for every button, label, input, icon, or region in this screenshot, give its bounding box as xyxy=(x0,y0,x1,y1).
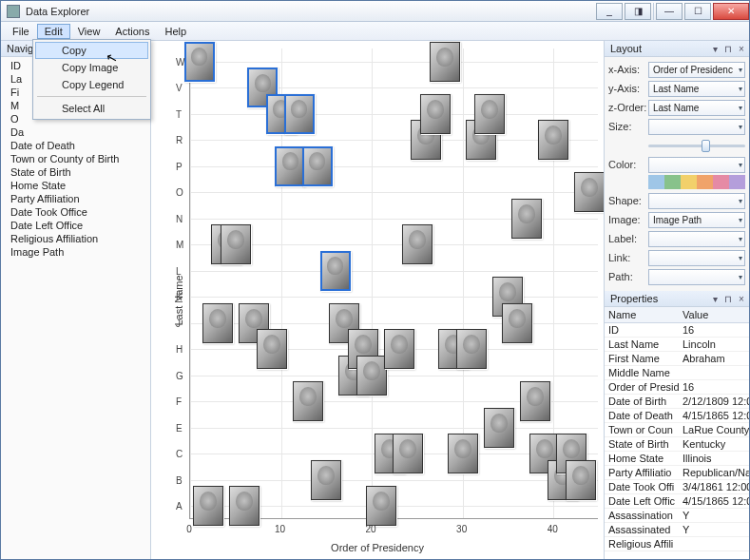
nav-item[interactable]: Party Affiliation xyxy=(1,192,150,205)
property-row[interactable]: Date of Birth2/12/1809 12:0 xyxy=(605,395,749,409)
properties-panel: Name Value ID16Last NameLincolnFirst Nam… xyxy=(605,307,749,559)
property-row[interactable]: Home StateIllinois xyxy=(605,452,749,466)
data-point[interactable] xyxy=(356,356,387,396)
col-name[interactable]: Name xyxy=(605,307,679,322)
x-axis-label: Order of Presidency xyxy=(331,542,424,553)
edit-menu-copy[interactable]: Copy xyxy=(35,42,148,59)
data-point[interactable] xyxy=(430,42,460,82)
panel-menu-icon[interactable]: ▾ xyxy=(709,43,721,54)
data-point[interactable] xyxy=(302,146,333,186)
property-row[interactable]: Date Left Offic4/15/1865 12:0 xyxy=(605,494,749,509)
close-button[interactable]: ✕ xyxy=(713,3,749,20)
layout-combo-link[interactable]: ▾ xyxy=(648,250,745,266)
data-point[interactable] xyxy=(574,172,604,212)
pin-icon[interactable]: ⊓ xyxy=(722,43,734,54)
property-row[interactable]: Date of Death4/15/1865 12:0 xyxy=(605,409,749,423)
minimize-button[interactable]: — xyxy=(656,3,683,20)
nav-item[interactable]: State of Birth xyxy=(1,165,150,179)
y-tick: J xyxy=(176,318,181,328)
data-point[interactable] xyxy=(257,329,287,369)
size-slider[interactable] xyxy=(608,137,745,154)
data-point[interactable] xyxy=(393,434,423,473)
nav-item[interactable]: Date Left Office xyxy=(1,219,150,232)
edit-menu-select-all[interactable]: Select All xyxy=(35,100,148,117)
data-point[interactable] xyxy=(221,224,251,264)
y-tick: K xyxy=(176,292,183,302)
color-palette[interactable] xyxy=(648,175,745,189)
data-point[interactable] xyxy=(275,146,305,186)
layout-combo-path[interactable]: ▾ xyxy=(648,269,745,285)
menu-edit[interactable]: Edit xyxy=(37,24,70,39)
layout-combo-image[interactable]: Image Path▾ xyxy=(648,212,745,228)
aux-button-2[interactable]: ◨ xyxy=(625,3,651,20)
pin-icon[interactable]: ⊓ xyxy=(722,293,734,304)
layout-combo-y_axis[interactable]: Last Name▾ xyxy=(648,81,745,97)
edit-menu-dropdown[interactable]: CopyCopy ImageCopy LegendSelect All xyxy=(32,39,151,120)
menu-help[interactable]: Help xyxy=(157,24,194,39)
nav-item[interactable]: Image Path xyxy=(1,245,150,259)
data-point[interactable] xyxy=(320,251,351,291)
plot-region[interactable] xyxy=(189,48,598,519)
menu-actions[interactable]: Actions xyxy=(107,24,157,39)
data-point[interactable] xyxy=(366,486,396,526)
property-row[interactable]: State of BirthKentucky xyxy=(605,437,749,452)
layout-combo-shape[interactable]: ▾ xyxy=(648,193,745,209)
slider-thumb[interactable] xyxy=(702,140,710,152)
nav-item[interactable]: Home State xyxy=(1,179,150,192)
property-row[interactable]: Middle Name xyxy=(605,366,749,380)
maximize-button[interactable]: ☐ xyxy=(684,3,711,20)
data-point[interactable] xyxy=(538,120,568,160)
data-point[interactable] xyxy=(311,460,341,500)
layout-combo-color[interactable]: ▾ xyxy=(648,157,745,173)
menu-file[interactable]: File xyxy=(5,24,37,39)
layout-label-path: Path: xyxy=(608,271,648,282)
data-point[interactable] xyxy=(293,381,323,421)
data-point[interactable] xyxy=(474,94,505,134)
x-tick: 0 xyxy=(186,524,192,534)
layout-combo-size[interactable]: ▾ xyxy=(648,119,745,135)
property-row[interactable]: Last NameLincoln xyxy=(605,338,749,352)
data-point[interactable] xyxy=(502,303,532,343)
nav-item[interactable]: Date of Death xyxy=(1,139,150,152)
data-point[interactable] xyxy=(193,486,223,526)
property-row[interactable]: Religious Affili xyxy=(605,537,749,551)
chart-area[interactable]: Last Name Order of Presidency 010203040A… xyxy=(151,41,604,559)
close-panel-icon[interactable]: × xyxy=(736,43,747,54)
data-point[interactable] xyxy=(384,329,414,369)
data-point[interactable] xyxy=(511,199,542,239)
col-value[interactable]: Value xyxy=(679,307,749,322)
data-point[interactable] xyxy=(566,460,596,500)
data-point[interactable] xyxy=(484,408,514,448)
property-row[interactable]: AssassinatedY xyxy=(605,523,749,537)
property-row[interactable]: ID16 xyxy=(605,323,749,338)
layout-combo-label[interactable]: ▾ xyxy=(648,231,745,247)
property-row[interactable]: Party AffiliatioRepublican/Na xyxy=(605,466,749,480)
data-point[interactable] xyxy=(420,94,451,134)
panel-menu-icon[interactable]: ▾ xyxy=(709,293,721,304)
property-row[interactable]: AssassinationY xyxy=(605,509,749,523)
data-point[interactable] xyxy=(456,329,487,369)
layout-combo-z_order[interactable]: Last Name▾ xyxy=(648,100,745,116)
data-point[interactable] xyxy=(184,42,215,82)
data-point[interactable] xyxy=(202,303,233,343)
edit-menu-copy-legend[interactable]: Copy Legend xyxy=(35,76,148,93)
property-row[interactable]: Order of Presid16 xyxy=(605,380,749,395)
property-row[interactable]: First NameAbraham xyxy=(605,352,749,366)
data-point[interactable] xyxy=(520,381,550,421)
property-row[interactable]: Date Took Offi3/4/1861 12:00 xyxy=(605,480,749,494)
close-panel-icon[interactable]: × xyxy=(736,293,747,304)
data-point[interactable] xyxy=(402,224,433,264)
data-point[interactable] xyxy=(229,486,260,526)
menu-view[interactable]: View xyxy=(70,24,108,39)
layout-combo-x_axis[interactable]: Order of Presidenc▾ xyxy=(648,62,745,78)
aux-button-1[interactable]: ⎯ xyxy=(596,3,623,20)
data-point[interactable] xyxy=(448,434,478,473)
edit-menu-copy-image[interactable]: Copy Image xyxy=(35,59,148,76)
nav-item[interactable]: Religious Affiliation xyxy=(1,232,150,245)
data-point[interactable] xyxy=(284,94,315,134)
nav-item[interactable]: Da xyxy=(1,126,150,139)
nav-item[interactable]: Town or County of Birth xyxy=(1,152,150,165)
menubar: FileEditViewActionsHelp xyxy=(1,22,749,41)
property-row[interactable]: Town or CounLaRue County xyxy=(605,423,749,437)
nav-item[interactable]: Date Took Office xyxy=(1,205,150,219)
